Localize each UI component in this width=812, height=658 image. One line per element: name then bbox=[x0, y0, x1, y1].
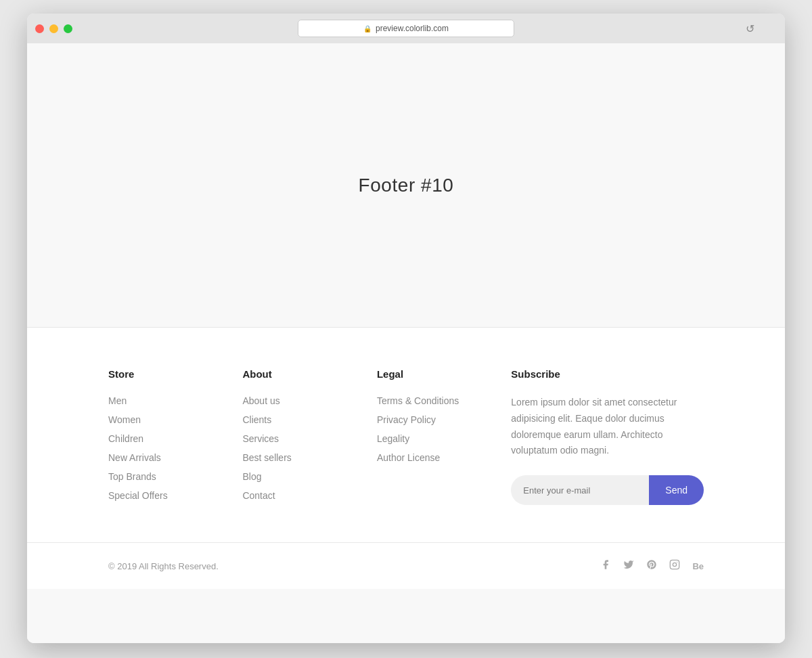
instagram-link[interactable] bbox=[669, 559, 680, 573]
email-input[interactable] bbox=[511, 475, 649, 505]
list-item: Blog bbox=[242, 470, 376, 483]
list-item: Legality bbox=[377, 433, 511, 445]
list-item: About us bbox=[242, 395, 376, 407]
store-link-new-arrivals[interactable]: New Arrivals bbox=[108, 452, 161, 463]
behance-link[interactable]: Be bbox=[692, 561, 704, 571]
store-link-men[interactable]: Men bbox=[108, 395, 127, 406]
pinterest-link[interactable] bbox=[646, 559, 657, 573]
list-item: Children bbox=[108, 433, 242, 445]
address-bar[interactable]: 🔒 preview.colorlib.com bbox=[298, 20, 514, 37]
about-link-contact[interactable]: Contact bbox=[242, 490, 275, 501]
minimize-button[interactable] bbox=[49, 24, 58, 33]
footer-columns: Store Men Women Children New Arrivals To… bbox=[27, 368, 785, 542]
about-link-services[interactable]: Services bbox=[242, 433, 279, 444]
main-area: Footer #10 bbox=[27, 43, 785, 328]
legal-links: Terms & Conditions Privacy Policy Legali… bbox=[377, 395, 511, 464]
page-title: Footer #10 bbox=[358, 175, 453, 196]
list-item: Services bbox=[242, 433, 376, 445]
legal-heading: Legal bbox=[377, 368, 511, 380]
list-item: Best sellers bbox=[242, 452, 376, 464]
url-text: preview.colorlib.com bbox=[376, 24, 449, 33]
about-link-blog[interactable]: Blog bbox=[242, 471, 261, 482]
list-item: New Arrivals bbox=[108, 452, 242, 464]
footer-col-about: About About us Clients Services Best sel… bbox=[242, 368, 376, 508]
legal-link-legality[interactable]: Legality bbox=[377, 433, 409, 444]
footer-col-subscribe: Subscribe Lorem ipsum dolor sit amet con… bbox=[511, 368, 704, 508]
footer-col-legal: Legal Terms & Conditions Privacy Policy … bbox=[377, 368, 511, 508]
about-heading: About bbox=[242, 368, 376, 380]
about-link-about-us[interactable]: About us bbox=[242, 395, 279, 406]
about-link-clients[interactable]: Clients bbox=[242, 414, 271, 425]
facebook-link[interactable] bbox=[600, 559, 611, 573]
legal-link-terms[interactable]: Terms & Conditions bbox=[377, 395, 459, 406]
social-links: Be bbox=[600, 559, 704, 573]
store-link-children[interactable]: Children bbox=[108, 433, 143, 444]
twitter-link[interactable] bbox=[623, 559, 634, 573]
send-button[interactable]: Send bbox=[649, 475, 704, 505]
list-item: Special Offers bbox=[108, 489, 242, 502]
copyright-text: © 2019 All Rights Reserved. bbox=[108, 561, 219, 571]
browser-window: 🔒 preview.colorlib.com ↺ Footer #10 Stor… bbox=[27, 14, 785, 643]
subscribe-form: Send bbox=[511, 475, 704, 505]
legal-link-author-license[interactable]: Author License bbox=[377, 452, 440, 463]
browser-titlebar: 🔒 preview.colorlib.com ↺ bbox=[27, 14, 785, 43]
bottom-space bbox=[27, 589, 785, 643]
store-link-women[interactable]: Women bbox=[108, 414, 141, 425]
list-item: Privacy Policy bbox=[377, 414, 511, 426]
store-links: Men Women Children New Arrivals Top Bran… bbox=[108, 395, 242, 502]
store-link-top-brands[interactable]: Top Brands bbox=[108, 471, 156, 482]
about-link-best-sellers[interactable]: Best sellers bbox=[242, 452, 291, 463]
store-heading: Store bbox=[108, 368, 242, 380]
legal-link-privacy[interactable]: Privacy Policy bbox=[377, 414, 436, 425]
close-button[interactable] bbox=[35, 24, 44, 33]
list-item: Terms & Conditions bbox=[377, 395, 511, 407]
facebook-icon bbox=[600, 559, 611, 573]
store-link-special-offers[interactable]: Special Offers bbox=[108, 490, 168, 501]
list-item: Women bbox=[108, 414, 242, 426]
footer-col-store: Store Men Women Children New Arrivals To… bbox=[108, 368, 242, 508]
subscribe-description: Lorem ipsum dolor sit amet consectetur a… bbox=[511, 395, 700, 459]
pinterest-icon bbox=[646, 559, 657, 573]
lock-icon: 🔒 bbox=[363, 25, 371, 32]
list-item: Men bbox=[108, 395, 242, 407]
instagram-icon bbox=[669, 559, 680, 573]
list-item: Clients bbox=[242, 414, 376, 426]
list-item: Contact bbox=[242, 489, 376, 502]
subscribe-heading: Subscribe bbox=[511, 368, 704, 380]
about-links: About us Clients Services Best sellers B… bbox=[242, 395, 376, 502]
browser-content: Footer #10 Store Men Women Children New … bbox=[27, 43, 785, 643]
footer: Store Men Women Children New Arrivals To… bbox=[27, 328, 785, 589]
footer-bottom: © 2019 All Rights Reserved. bbox=[27, 542, 785, 589]
list-item: Author License bbox=[377, 452, 511, 464]
twitter-icon bbox=[623, 559, 634, 573]
list-item: Top Brands bbox=[108, 470, 242, 483]
behance-icon: Be bbox=[692, 561, 704, 571]
svg-rect-0 bbox=[671, 560, 679, 569]
maximize-button[interactable] bbox=[64, 24, 72, 33]
svg-point-2 bbox=[677, 562, 677, 563]
svg-point-1 bbox=[673, 563, 677, 566]
reload-button[interactable]: ↺ bbox=[742, 20, 758, 37]
